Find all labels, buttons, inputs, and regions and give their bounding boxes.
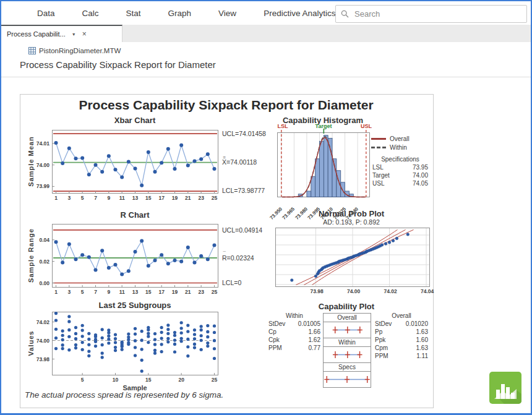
data-point xyxy=(206,152,210,156)
data-point xyxy=(107,266,111,270)
menu-item-calc[interactable]: Calc xyxy=(82,9,99,18)
menu-item-graph[interactable]: Graph xyxy=(168,9,192,18)
subgroup-point xyxy=(166,332,169,335)
subgroup-point xyxy=(166,323,169,327)
subgroup-point xyxy=(127,335,130,338)
xbar-xtick: 9 xyxy=(103,195,114,201)
last25-ytick: 74.02 xyxy=(32,319,49,325)
r-xtick: 15 xyxy=(143,289,154,295)
subgroup-point xyxy=(200,334,203,337)
r-ytick: 0.04 xyxy=(32,237,49,243)
stats-row: Ppk1.60 xyxy=(375,336,428,344)
legend-item: Overall xyxy=(371,134,431,143)
r-xtick: 9 xyxy=(103,289,114,295)
subgroup-point xyxy=(74,332,77,335)
legend-label: Overall xyxy=(390,135,410,142)
data-point xyxy=(153,170,157,174)
xbar-center-label: =X=74.00118 xyxy=(222,158,257,166)
subgroup-point xyxy=(193,343,196,346)
r-xtick: 11 xyxy=(116,289,127,295)
subgroup-point xyxy=(166,340,169,343)
hist-bar xyxy=(341,182,345,197)
subgroup-point xyxy=(61,334,64,337)
subgroup-point xyxy=(74,346,77,349)
minitab-graph-icon[interactable] xyxy=(489,372,521,404)
data-point xyxy=(80,156,84,160)
subgroup-point xyxy=(140,369,144,372)
subgroup-point xyxy=(166,337,169,340)
data-point xyxy=(140,184,144,187)
subgroup-point xyxy=(186,345,189,348)
menu-item-data[interactable]: Data xyxy=(37,9,55,18)
rchart-lcl-label: LCL=0 xyxy=(222,279,241,286)
stats-row: Target74.00 xyxy=(372,171,428,179)
subgroup-point xyxy=(94,338,97,341)
stat-value: 1.60 xyxy=(416,336,428,344)
subgroup-point xyxy=(200,328,203,332)
r-xtick: 3 xyxy=(64,289,75,295)
data-point xyxy=(140,239,144,243)
subgroup-point xyxy=(213,347,216,350)
search-input[interactable] xyxy=(353,9,510,19)
legend-label: Within xyxy=(390,144,407,151)
subgroup-point xyxy=(67,348,71,351)
stats-row: Cpm1.63 xyxy=(375,344,428,352)
data-point xyxy=(166,147,170,151)
data-point xyxy=(54,141,58,145)
stat-value: 74.00 xyxy=(413,171,428,179)
last25-title: Last 25 Subgroups xyxy=(73,301,197,310)
data-point xyxy=(127,269,131,273)
legend-swatch-dashed xyxy=(371,147,386,148)
subgroup-point xyxy=(160,350,163,353)
subgroup-point xyxy=(87,343,90,346)
stat-value: 1.66 xyxy=(309,328,320,336)
histogram-plot xyxy=(277,129,370,200)
data-point xyxy=(114,168,118,171)
menu-item-stat[interactable]: Stat xyxy=(126,9,141,18)
data-point xyxy=(173,167,177,171)
stat-label: StDev xyxy=(268,320,285,328)
subgroup-point xyxy=(193,333,196,336)
stats-row: StDev0.01005 xyxy=(268,320,320,328)
subgroup-point xyxy=(134,327,137,330)
subgroup-point xyxy=(200,325,203,328)
subgroup-point xyxy=(213,357,216,360)
xbar-ytick: 73.99 xyxy=(32,183,49,189)
stats-header: Overall xyxy=(375,312,428,320)
r-xtick: 25 xyxy=(209,289,220,295)
subgroup-point xyxy=(147,332,150,335)
data-point xyxy=(193,260,197,264)
subgroup-point xyxy=(153,332,157,335)
tab-process-capability[interactable]: Process Capabilit... ▼ × xyxy=(1,25,122,42)
probplot-plot xyxy=(275,228,430,287)
prob-point xyxy=(380,244,384,247)
menu-item-view[interactable]: View xyxy=(218,9,236,18)
subgroup-point xyxy=(153,338,157,341)
r-xtick: 13 xyxy=(130,289,141,295)
worksheet-item[interactable]: PistonRingDiameter.MTW xyxy=(28,47,121,54)
subgroup-point xyxy=(213,324,216,327)
tab-close-icon[interactable]: × xyxy=(82,30,87,38)
xbar-xtick: 23 xyxy=(195,195,207,201)
capplot-title: Capability Plot xyxy=(285,302,408,311)
subgroup-point xyxy=(67,320,71,323)
prob-xtick: 73.98 xyxy=(310,288,321,294)
cap-group-label-specs: Specs xyxy=(324,362,371,372)
subgroup-point xyxy=(147,335,150,338)
xbar-xtick: 25 xyxy=(209,195,220,201)
subgroup-point xyxy=(186,338,189,341)
xbar-lcl-label: LCL=73.98777 xyxy=(222,187,265,194)
data-point xyxy=(160,253,163,257)
subgroup-point xyxy=(61,343,64,346)
data-point xyxy=(114,263,118,267)
data-point xyxy=(127,160,131,164)
last25-xtick: 10 xyxy=(110,377,121,383)
prob-point xyxy=(384,242,387,246)
stats-row: Cp1.66 xyxy=(268,328,320,336)
cap-group-label-overall: Overall xyxy=(324,314,371,322)
subgroup-point xyxy=(200,339,203,342)
search-box[interactable] xyxy=(335,5,527,23)
data-point xyxy=(120,273,124,276)
tab-dropdown-icon[interactable]: ▼ xyxy=(72,32,76,36)
r-xtick: 21 xyxy=(182,289,194,295)
